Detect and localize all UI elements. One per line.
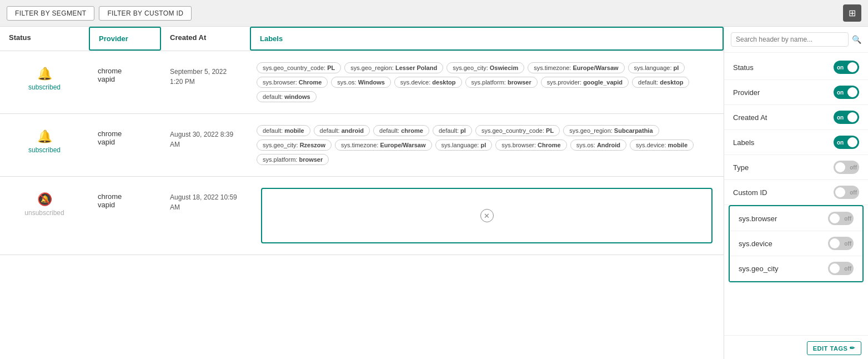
table-header: Status Provider Created At Labels xyxy=(0,27,724,51)
edit-tags-button[interactable]: EDIT TAGS ✏ xyxy=(807,341,861,355)
toggle-switch-type[interactable]: off xyxy=(834,161,859,174)
highlighted-toggles-section: sys.browser off sys.device off s xyxy=(729,205,864,282)
toggle-label-sys-geo-city: sys.geo_city xyxy=(739,265,779,273)
tag: sys.geo_region: Lesser Poland xyxy=(344,62,443,73)
toggle-row-custom-id: Custom ID off xyxy=(724,180,868,205)
table-row: 🔔 subscribed chrome vapid August 30, 202… xyxy=(0,114,724,177)
date-cell: August 30, 2022 8:39 AM xyxy=(161,121,250,154)
tag: default: android xyxy=(314,125,370,136)
toggle-label-sys-browser: sys.browser xyxy=(739,215,777,223)
grid-view-button[interactable]: ⊞ xyxy=(843,4,861,22)
toggle-list: Status on Provider on Created At o xyxy=(724,53,868,335)
provider-name: chrome xyxy=(98,129,152,138)
bell-icon: 🔔 xyxy=(37,67,52,81)
tag: sys.geo_country_code: PL xyxy=(257,62,341,73)
toggle-row-type: Type off xyxy=(724,155,868,180)
search-icon: 🔍 xyxy=(852,35,861,44)
table-row: 🔕 unsubscribed chrome vapid August 18, 2… xyxy=(0,177,724,255)
toggle-row-created-at: Created At on xyxy=(724,105,868,130)
toggle-switch-custom-id[interactable]: off xyxy=(834,186,859,199)
tag: sys.browser: Chrome xyxy=(495,139,566,151)
toggle-row-sys-device: sys.device off xyxy=(730,231,862,256)
toggle-row-labels: Labels on xyxy=(724,130,868,155)
tag: sys.device: desktop xyxy=(394,77,462,88)
th-provider: Provider xyxy=(89,27,161,51)
tag: default: windows xyxy=(257,91,317,102)
tag: sys.device: mobile xyxy=(630,139,694,151)
status-cell: 🔔 subscribed xyxy=(0,121,89,158)
toggle-switch-provider[interactable]: on xyxy=(834,86,859,99)
provider-name: chrome xyxy=(98,67,152,75)
provider-type: vapid xyxy=(98,138,152,146)
tag: sys.platform: browser xyxy=(465,77,538,88)
provider-name: chrome xyxy=(98,192,152,201)
toggle-switch-created-at[interactable]: on xyxy=(834,111,859,124)
toggle-label-labels: Labels xyxy=(733,138,754,147)
provider-cell: chrome vapid xyxy=(89,183,161,213)
edit-icon: ✏ xyxy=(850,345,855,352)
toggle-switch-sys-geo-city[interactable]: off xyxy=(828,262,854,275)
tag: default: mobile xyxy=(257,125,310,136)
th-created-at: Created At xyxy=(161,27,250,51)
close-icon[interactable]: ✕ xyxy=(480,209,494,222)
grid-icon: ⊞ xyxy=(849,8,856,18)
tag: sys.timezone: Europe/Warsaw xyxy=(335,139,432,151)
tag: sys.os: Windows xyxy=(331,77,390,88)
tag: default: pl xyxy=(433,125,472,136)
table-row: 🔔 subscribed chrome vapid September 5, 2… xyxy=(0,51,724,114)
toggle-label-sys-device: sys.device xyxy=(739,240,772,248)
edit-tags-bar: EDIT TAGS ✏ xyxy=(724,335,868,359)
provider-type: vapid xyxy=(98,201,152,209)
toggle-row-provider: Provider on xyxy=(724,80,868,105)
tag: sys.timezone: Europe/Warsaw xyxy=(528,62,624,73)
toggle-switch-sys-browser[interactable]: off xyxy=(828,212,854,225)
tag: sys.geo_city: Rzeszow xyxy=(257,139,332,151)
right-panel: 🔍 Status on Provider on Create xyxy=(724,27,868,359)
status-label: subscribed xyxy=(28,83,61,91)
toggle-label-type: Type xyxy=(733,163,749,172)
toggle-switch-labels[interactable]: on xyxy=(834,136,859,149)
table-area: Status Provider Created At Labels 🔔 subs… xyxy=(0,27,724,359)
toggle-label-status: Status xyxy=(733,63,754,72)
tags-cell-empty: ✕ xyxy=(250,183,724,248)
toggle-row-sys-geo-city: sys.geo_city off xyxy=(730,256,862,281)
search-box: 🔍 xyxy=(724,27,868,53)
th-status: Status xyxy=(0,27,89,51)
tag: default: chrome xyxy=(373,125,429,136)
bell-icon: 🔔 xyxy=(37,129,52,144)
provider-type: vapid xyxy=(98,75,152,83)
tag: sys.platform: browser xyxy=(257,154,329,165)
main-layout: Status Provider Created At Labels 🔔 subs… xyxy=(0,27,868,359)
bell-muted-icon: 🔕 xyxy=(37,192,52,207)
top-bar: FILTER BY SEGMENT FILTER BY CUSTOM ID ⊞ xyxy=(0,0,868,27)
tag: sys.provider: google_vapid xyxy=(541,77,629,88)
edit-tags-label: EDIT TAGS xyxy=(813,345,848,352)
tags-cell: default: mobile default: android default… xyxy=(250,121,724,169)
toggle-label-provider: Provider xyxy=(733,88,760,97)
search-input[interactable] xyxy=(731,32,849,47)
provider-cell: chrome vapid xyxy=(89,58,161,88)
tag: default: desktop xyxy=(632,77,689,88)
toggle-switch-status[interactable]: on xyxy=(834,61,859,74)
date-cell: September 5, 2022 1:20 PM xyxy=(161,58,250,91)
status-cell: 🔔 subscribed xyxy=(0,58,89,96)
provider-cell: chrome vapid xyxy=(89,121,161,151)
status-label: subscribed xyxy=(28,146,61,154)
tag: sys.language: pl xyxy=(435,139,493,151)
toggle-switch-sys-device[interactable]: off xyxy=(828,237,854,250)
toggle-row-status: Status on xyxy=(724,55,868,80)
filter-by-segment-button[interactable]: FILTER BY SEGMENT xyxy=(7,6,94,21)
toggle-label-custom-id: Custom ID xyxy=(733,188,767,197)
tags-cell: sys.geo_country_code: PL sys.geo_region:… xyxy=(250,58,724,107)
toggle-row-sys-browser: sys.browser off xyxy=(730,206,862,231)
date-cell: August 18, 2022 10:59 AM xyxy=(161,183,250,217)
tag: sys.geo_region: Subcarpathia xyxy=(563,125,659,136)
tag: sys.os: Android xyxy=(570,139,626,151)
empty-tags-area: ✕ xyxy=(261,188,713,243)
filter-by-custom-id-button[interactable]: FILTER BY CUSTOM ID xyxy=(99,6,192,21)
tag: sys.geo_city: Oswiecim xyxy=(446,62,524,73)
tag: sys.browser: Chrome xyxy=(257,77,328,88)
th-labels: Labels xyxy=(250,27,724,51)
tag: sys.geo_country_code: PL xyxy=(475,125,560,136)
status-cell: 🔕 unsubscribed xyxy=(0,183,89,221)
